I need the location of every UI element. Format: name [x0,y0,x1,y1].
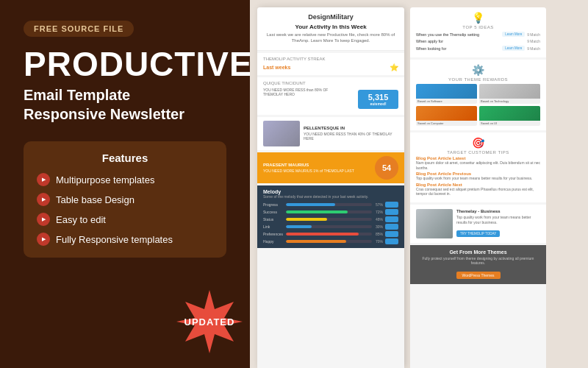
bar-track [286,210,372,213]
business-title: Themelay - Business [456,209,540,213]
bar-badge [385,238,398,244]
email-hero-title: Your Activity In this Week [263,24,398,30]
blog-post-row: Blog Post Article Next Cras consequat se… [416,183,540,197]
right-panel: DesignMilitary Your Activity In this Wee… [250,0,588,368]
business-text: Themelay - Business Top quality work fro… [456,209,540,238]
melody-sub: Some of the melody that were detected in… [263,194,398,199]
email-praesent-section: PRAESENT MAURIUS YOU NEED MORE MAURIUS 1… [257,152,404,183]
stat-label: QUIQUE TINCIDUNT [263,81,398,85]
bar-pct: 48% [374,217,383,222]
bar-track [286,218,372,221]
theme-label: Based on Software [416,99,477,104]
top-ideas-section: 💡 TOP 5 IDEAS When you use the Themolip … [410,7,546,57]
free-source-badge: FREE SOURCE FILE [24,21,134,37]
customer-tips-section: 🎯 TARGET CUSTOMER TIPS Blog Post Article… [410,132,546,202]
theme-rewards-title: YOUR THEME REWARDS [416,77,540,82]
feature-item: Easy to edit [37,213,213,226]
email-streak-section: THEMOLIP ACTIVITY STREAK Last weeks ⭐ [257,53,404,75]
pellentesque-text: YOU NEED MORE RESS THAN 40% OF THEMOLAY … [304,132,398,141]
updated-badge: UPDATED [176,289,243,355]
business-section: Themelay - Business Top quality work fro… [410,205,546,243]
updated-label: UPDATED [176,289,243,355]
bar-row: Success 72% [263,209,398,215]
bar-pct: 57% [374,202,383,207]
theme-item: Based on Technology [479,84,540,104]
cta-title: Get From More Themes [416,250,540,255]
feature-item: Fully Responsive templates [37,233,213,246]
features-heading: Features [37,152,213,164]
theme-item: Based on Software [416,84,477,104]
streak-period: Last weeks [263,65,290,70]
bullet-icon [37,213,50,226]
ideas-icon: 💡 [416,12,540,24]
customer-tips-title: TARGET CUSTOMER TIPS [416,150,540,155]
bar-badge [385,216,398,222]
streak-star-icon: ⭐ [390,63,398,71]
ideas-learn-btn[interactable]: Learn More [502,32,525,37]
bar-pct: 85% [374,232,383,236]
theme-label: Saved on Computer [416,121,477,126]
bar-name: Link [263,224,284,229]
ideas-link-row: When apply for 9 Match [416,39,540,43]
pellentesque-image [263,121,300,146]
bar-track [286,225,372,228]
business-cta-button[interactable]: TRY THEMOLIP TODAY [456,230,500,237]
theme-grid: Based on Software Based on Technology Sa… [416,84,540,126]
stat-number: 5,315 euismod! [358,90,398,109]
feature-label: Fully Responsive templates [56,234,173,245]
bullet-icon [37,233,50,246]
praesent-text: YOU NEED MORE MAURIUS 1% of THEMOLAP LAS… [263,169,354,173]
ideas-link-row: When looking for Learn More 9 Match [416,46,540,51]
bar-badge [385,209,398,215]
ideas-link-row: When you use the Themolip setting Learn … [416,32,540,37]
theme-item: Saved on Computer [416,106,477,126]
bar-row: Status 48% [263,216,398,222]
praesent-number: 54 [375,156,398,180]
bar-row: Link 30% [263,224,398,230]
features-box: Features Multipurpose templates Table ba… [24,141,226,258]
melody-label: Melody [263,189,398,194]
email-preview-left: DesignMilitary Your Activity In this Wee… [257,7,404,368]
email-pellentesque-section: PELLENTESQUE IN YOU NEED MORE RESS THAN … [257,117,404,150]
bar-badge [385,224,398,230]
streak-label: THEMOLIP ACTIVITY STREAK [263,57,398,61]
business-sub: Top quality work from your team means be… [456,215,540,224]
bar-name: Preferences [263,232,284,236]
ideas-links: When you use the Themolip setting Learn … [416,32,540,51]
email-hero-sub: Last week we are relative new Productive… [263,32,398,44]
main-title: PRODUCTIVE [24,47,226,81]
email-header: DesignMilitary Your Activity In this Wee… [257,7,404,51]
feature-label: Multipurpose templates [56,174,154,185]
bar-track [286,203,372,206]
cta-button[interactable]: WordPress Themes [456,272,501,279]
blog-post-text: Nam ipsum dolor sit amet, consettur adip… [416,160,540,170]
theme-rewards-section: ⚙️ YOUR THEME REWARDS Based on Software … [410,60,546,130]
theme-label: Saved on Ul [479,121,540,126]
bar-name: Progress [263,202,284,207]
email-preview-right: 💡 TOP 5 IDEAS When you use the Themolip … [410,7,546,368]
ideas-link-text: When apply for [416,39,443,43]
blog-post-row: Blog Post Article Previous Top quality w… [416,171,540,181]
feature-label: Easy to edit [56,214,106,225]
theme-item: Saved on Ul [479,106,540,126]
feature-item: Table base Design [37,193,213,206]
top-ideas-title: TOP 5 IDEAS [416,25,540,29]
bar-pct: 72% [374,210,383,214]
bar-row: Preferences 85% [263,231,398,237]
ideas-learn-btn[interactable]: Learn More [502,46,525,51]
bars-container: Progress 57% Success 72% Status 48% [263,202,398,244]
bar-name: Happy [263,239,284,244]
theme-label: Based on Technology [479,99,540,104]
business-image [416,209,453,238]
ideas-match-num: 9 Match [527,39,540,43]
bar-row: Happy 70% [263,238,398,244]
blog-post-text: Cras consequat sed ect aliquet pretium P… [416,187,540,197]
pellentesque-label: PELLENTESQUE IN [304,126,398,130]
email-logo: DesignMilitary [263,13,398,21]
left-panel: FREE SOURCE FILE PRODUCTIVE Email Templa… [0,0,250,368]
rewards-icon: ⚙️ [416,64,540,76]
blog-post-row: Blog Post Article Latest Nam ipsum dolor… [416,156,540,170]
bullet-icon [37,173,50,186]
stat-description: YOU NEED MORE RESS than 80% OF THEMOLAY … [263,88,329,96]
ideas-match-num: 9 Match [527,32,540,37]
